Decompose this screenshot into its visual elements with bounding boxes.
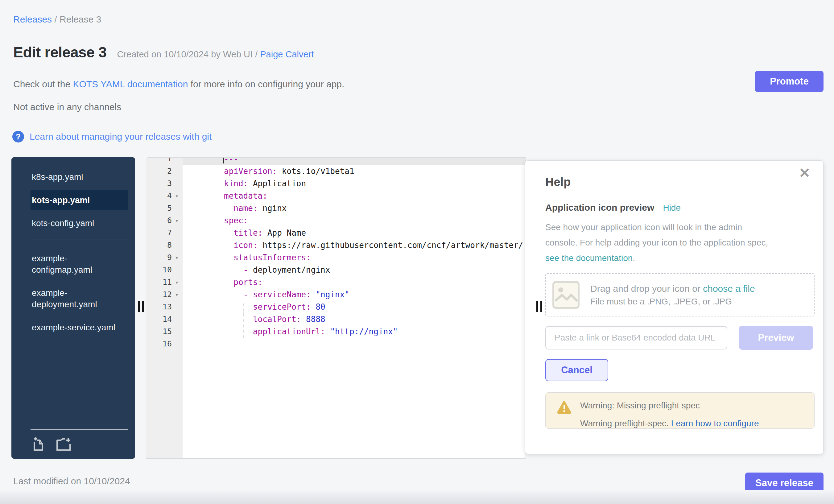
gutter-cell: 10 <box>146 264 182 276</box>
breadcrumb-releases-link[interactable]: Releases <box>13 14 52 24</box>
warning-banner: Warning: Missing preflight spec Warning … <box>545 392 815 429</box>
edit-release-page: Releases / Release 3 Edit release 3 Crea… <box>0 0 834 504</box>
code-lines: 1---2apiVersion: kots.io/v1beta13kind: A… <box>146 157 526 350</box>
sidebar-divider <box>30 239 128 239</box>
preview-button[interactable]: Preview <box>739 326 813 350</box>
code-line[interactable]: icon: https://raw.githubusercontent.com/… <box>182 239 526 251</box>
fold-arrow-icon[interactable]: ▾ <box>175 276 179 288</box>
gutter-cell: 1 <box>146 157 182 165</box>
code-line[interactable]: kind: Application <box>182 177 526 190</box>
code-line[interactable]: metadata: <box>182 190 526 202</box>
sidebar-footer-divider <box>30 429 128 430</box>
code-line[interactable]: localPort: 8888 <box>182 313 526 325</box>
sidebar-item-example-service.yaml[interactable]: example-service.yaml <box>30 317 128 338</box>
code-line[interactable]: - serviceName: "nginx" <box>182 288 526 301</box>
icon-preview-title: Application icon preview <box>545 202 654 213</box>
docs-hint: Check out the KOTS YAML documentation fo… <box>13 79 344 89</box>
sidebar-footer <box>30 429 128 451</box>
dropzone-hint: File must be a .PNG, .JPEG, or .JPG <box>590 297 755 307</box>
line-number: 1 <box>146 157 182 165</box>
choose-file-link[interactable]: choose a file <box>703 283 755 294</box>
code-line[interactable]: applicationUrl: "http://nginx" <box>182 325 526 338</box>
icon-url-input[interactable] <box>545 326 727 349</box>
warning-text: Warning: Missing preflight spec Warning … <box>580 400 759 429</box>
sidebar-item-example-deployment.yaml[interactable]: example-deployment.yaml <box>30 283 128 314</box>
text-cursor <box>223 157 224 163</box>
gutter-cell: 6▾ <box>146 214 182 227</box>
add-file-icon[interactable] <box>30 436 45 451</box>
code-line[interactable]: - deployment/nginx <box>182 264 526 276</box>
fold-arrow-icon[interactable]: ▾ <box>175 288 179 301</box>
gutter-cell: 13 <box>146 301 182 313</box>
fold-arrow-icon[interactable]: ▾ <box>175 214 179 227</box>
panel-resize-handle[interactable] <box>536 301 542 312</box>
code-line[interactable]: apiVersion: kots.io/v1beta1 <box>182 165 526 177</box>
sidebar-item-k8s-app.yaml[interactable]: k8s-app.yaml <box>30 167 128 187</box>
kots-docs-link[interactable]: KOTS YAML documentation <box>73 79 188 89</box>
bottom-gradient <box>0 490 834 504</box>
gutter-cell: 7 <box>146 227 182 239</box>
title-row: Edit release 3 Created on 10/10/2024 by … <box>13 44 314 61</box>
warning-icon <box>557 400 572 414</box>
sidebar-item-kots-config.yaml[interactable]: kots-config.yaml <box>30 213 128 234</box>
help-panel: ✕ Help Application icon preview Hide See… <box>525 160 824 454</box>
line-number: 16 <box>146 338 182 350</box>
code-line[interactable]: ports: <box>182 276 526 288</box>
question-circle-icon: ? <box>12 131 24 143</box>
code-line[interactable]: servicePort: 80 <box>182 301 526 313</box>
yaml-editor[interactable]: 1---2apiVersion: kots.io/v1beta13kind: A… <box>146 157 526 459</box>
code-line[interactable]: name: nginx <box>182 202 526 214</box>
line-number: 5 <box>146 202 182 214</box>
channel-status: Not active in any channels <box>13 102 121 112</box>
code-line[interactable]: spec: <box>182 214 526 227</box>
hide-link[interactable]: Hide <box>663 203 681 213</box>
line-number: 13 <box>146 301 182 313</box>
icon-dropzone[interactable]: Drag and drop your icon or choose a file… <box>545 273 815 316</box>
gutter-cell: 8 <box>146 239 182 251</box>
created-info: Created on 10/10/2024 by Web UI / Paige … <box>117 49 314 60</box>
line-number: 14 <box>146 313 182 325</box>
gutter-cell: 5 <box>146 202 182 214</box>
see-docs-link[interactable]: see the documentation <box>545 253 633 263</box>
gutter-cell: 15 <box>146 325 182 338</box>
add-folder-icon[interactable] <box>56 436 72 451</box>
gutter-cell: 11▾ <box>146 276 182 288</box>
sidebar-item-example-configmap.yaml[interactable]: example-configmap.yaml <box>30 248 128 280</box>
line-number: 15 <box>146 325 182 338</box>
gutter-cell: 4▾ <box>146 190 182 202</box>
cancel-button[interactable]: Cancel <box>545 359 608 381</box>
breadcrumb: Releases / Release 3 <box>13 14 101 25</box>
code-line[interactable]: statusInformers: <box>182 251 526 264</box>
breadcrumb-current: Release 3 <box>60 14 101 24</box>
promote-button[interactable]: Promote <box>755 71 824 92</box>
line-number: 3 <box>146 177 182 190</box>
sidebar-resize-handle[interactable] <box>138 301 144 312</box>
file-sidebar: k8s-app.yamlkots-app.yamlkots-config.yam… <box>12 157 135 459</box>
git-releases-link[interactable]: Learn about managing your releases with … <box>29 131 212 142</box>
code-line[interactable]: title: App Name <box>182 227 526 239</box>
icon-preview-description: See how your application icon will look … <box>545 220 814 266</box>
line-number: 8 <box>146 239 182 251</box>
breadcrumb-separator: / <box>52 14 60 24</box>
code-line[interactable]: --- <box>182 157 526 165</box>
sidebar-item-kots-app.yaml[interactable]: kots-app.yaml <box>30 190 128 210</box>
configure-link[interactable]: Learn how to configure <box>671 419 759 428</box>
dropzone-label: Drag and drop your icon or choose a file <box>590 283 755 294</box>
gutter-cell: 12▾ <box>146 288 182 301</box>
page-title: Edit release 3 <box>13 44 107 61</box>
line-number: 2 <box>146 165 182 177</box>
gutter-cell: 9▾ <box>146 251 182 264</box>
code-line[interactable] <box>182 338 526 350</box>
gutter-cell: 16 <box>146 338 182 350</box>
line-number: 10 <box>146 264 182 276</box>
created-by-link[interactable]: Paige Calvert <box>260 49 314 59</box>
file-list: k8s-app.yamlkots-app.yamlkots-config.yam… <box>12 157 135 338</box>
fold-arrow-icon[interactable]: ▾ <box>175 190 179 202</box>
last-modified: Last modified on 10/10/2024 <box>13 476 130 486</box>
help-title: Help <box>545 176 814 189</box>
gutter-cell: 14 <box>146 313 182 325</box>
gutter-cell: 3 <box>146 177 182 190</box>
fold-arrow-icon[interactable]: ▾ <box>175 251 179 264</box>
git-banner: ? Learn about managing your releases wit… <box>12 131 212 143</box>
line-number: 7 <box>146 227 182 239</box>
